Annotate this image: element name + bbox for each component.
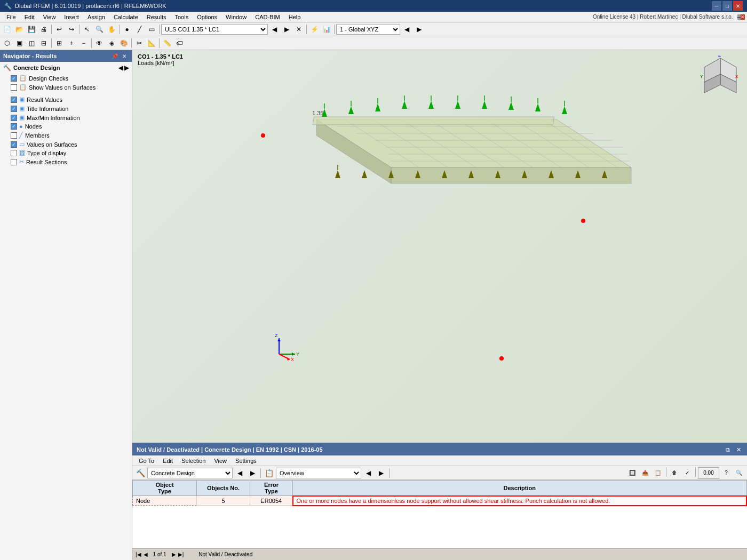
zoom-in-btn[interactable]: +	[66, 37, 77, 49]
surface-btn[interactable]: ▭	[146, 23, 157, 35]
zoom-out-btn[interactable]: −	[78, 37, 90, 49]
pag-prev[interactable]: ◀	[144, 551, 148, 557]
bp-view-next[interactable]: ▶	[375, 467, 387, 479]
nav-close[interactable]: ✕	[120, 52, 129, 60]
bp-menu-edit[interactable]: Edit	[158, 457, 177, 465]
nav-item-result-values[interactable]: ✓ ▣ Result Values	[0, 95, 132, 104]
nav-pin[interactable]: 📌	[110, 52, 119, 60]
coord-combo[interactable]: 1 - Global XYZ	[336, 24, 400, 35]
zoom-btn[interactable]: 🔍	[93, 23, 105, 35]
fit-btn[interactable]: ⊞	[53, 37, 65, 49]
menu-cadbim[interactable]: CAD-BIM	[251, 13, 284, 21]
clip-btn[interactable]: 📐	[146, 37, 157, 49]
bp-del-btn[interactable]: 🗑	[669, 467, 680, 479]
nav-item-result-sections[interactable]: ✂ Result Sections	[0, 157, 132, 166]
nav-item-maxmin[interactable]: ✓ ▣ Max/Min Information	[0, 113, 132, 122]
menu-insert[interactable]: Insert	[60, 13, 83, 21]
load-prev[interactable]: ◀	[268, 23, 280, 35]
design-checks-checkbox[interactable]: ✓	[11, 75, 17, 82]
label-btn[interactable]: 🏷	[173, 37, 185, 49]
close-button[interactable]: ✕	[733, 1, 743, 11]
nav-item-members[interactable]: ╱ Members	[0, 131, 132, 140]
values-surfaces-checkbox[interactable]: ✓	[11, 141, 17, 148]
select-btn[interactable]: ↖	[81, 23, 93, 35]
line-btn[interactable]: ╱	[133, 23, 145, 35]
render-btn[interactable]: ◈	[106, 37, 117, 49]
bp-menu-selection[interactable]: Selection	[177, 457, 210, 465]
bp-help-btn[interactable]: ?	[720, 467, 732, 479]
result-sections-checkbox[interactable]	[11, 159, 17, 165]
bp-export-btn[interactable]: 📤	[639, 467, 651, 479]
redo-btn[interactable]: ↪	[66, 23, 77, 35]
menu-assign[interactable]: Assign	[83, 13, 109, 21]
table-row[interactable]: Node 5 ER0054 One or more nodes have a d…	[133, 496, 747, 506]
open-btn[interactable]: 📂	[13, 23, 25, 35]
save-btn[interactable]: 💾	[26, 23, 37, 35]
nav-item-show-values[interactable]: 📋 Show Values on Surfaces	[0, 83, 132, 92]
nav-section-concrete[interactable]: 🔨 Concrete Design ◀ ▶	[0, 62, 132, 74]
calc-btn[interactable]: ⚡	[308, 23, 320, 35]
panel-float-btn[interactable]: ⧉	[724, 445, 732, 454]
print-btn[interactable]: 🖨	[38, 23, 50, 35]
pag-next[interactable]: ▶	[172, 551, 176, 557]
bp-check-btn[interactable]: ✓	[681, 467, 693, 479]
side-view-btn[interactable]: ◫	[26, 37, 37, 49]
bp-copy-btn[interactable]: 📋	[652, 467, 664, 479]
nav-item-design-checks[interactable]: ✓ 📋 Design Checks	[0, 74, 132, 83]
panel-close-btn[interactable]: ✕	[734, 445, 743, 454]
menu-file[interactable]: File	[2, 13, 20, 21]
bp-search-btn[interactable]: 🔍	[733, 467, 745, 479]
coord-prev[interactable]: ◀	[401, 23, 412, 35]
load-next[interactable]: ▶	[281, 23, 292, 35]
menu-results[interactable]: Results	[142, 13, 171, 21]
nav-item-title-info[interactable]: ✓ ▣ Title Information	[0, 104, 132, 113]
nav-item-nodes[interactable]: ✓ ● Nodes	[0, 122, 132, 131]
bp-filter-btn[interactable]: 🔲	[626, 467, 638, 479]
bp-combo-prev[interactable]: ◀	[234, 467, 245, 479]
node-btn[interactable]: ●	[121, 23, 133, 35]
load-combo[interactable]: ULS CO1 1.35 * LC1	[161, 24, 268, 35]
bp-combo-next[interactable]: ▶	[247, 467, 258, 479]
bp-menu-settings[interactable]: Settings	[231, 457, 261, 465]
nodes-checkbox[interactable]: ✓	[11, 123, 17, 130]
menu-window[interactable]: Window	[221, 13, 251, 21]
nav-item-values-surfaces[interactable]: ✓ ▭ Values on Surfaces	[0, 140, 132, 149]
bp-menu-view[interactable]: View	[210, 457, 231, 465]
menu-calculate[interactable]: Calculate	[109, 13, 142, 21]
float-close[interactable]: ✕	[741, 14, 745, 20]
3d-view-btn[interactable]: ⬡	[1, 37, 13, 49]
maximize-button[interactable]: □	[722, 1, 732, 11]
color-btn[interactable]: 🎨	[118, 37, 130, 49]
pag-last[interactable]: ▶|	[178, 551, 184, 557]
undo-btn[interactable]: ↩	[53, 23, 65, 35]
title-info-checkbox[interactable]: ✓	[11, 106, 17, 112]
result-values-checkbox[interactable]: ✓	[11, 97, 17, 103]
maxmin-checkbox[interactable]: ✓	[11, 115, 17, 121]
front-view-btn[interactable]: ▣	[13, 37, 25, 49]
menu-options[interactable]: Options	[193, 13, 221, 21]
menu-tools[interactable]: Tools	[170, 13, 193, 21]
show-values-checkbox[interactable]	[11, 84, 17, 91]
measure-btn[interactable]: 📏	[161, 37, 173, 49]
minimize-button[interactable]: ─	[712, 1, 721, 11]
bp-num-input[interactable]: 0.00	[698, 467, 719, 479]
viewport[interactable]: CO1 - 1.35 * LC1 Loads [kN/m²]	[132, 50, 747, 443]
bp-module-combo[interactable]: Concrete Design	[147, 468, 233, 478]
menu-edit[interactable]: Edit	[20, 13, 39, 21]
section-btn[interactable]: ✂	[133, 37, 145, 49]
new-btn[interactable]: 📄	[1, 23, 13, 35]
nav-item-type-display[interactable]: 🖼 Type of display	[0, 149, 132, 157]
members-checkbox[interactable]	[11, 132, 17, 139]
bp-view-prev[interactable]: ◀	[362, 467, 374, 479]
display-btn[interactable]: 👁	[93, 37, 105, 49]
menu-view[interactable]: View	[39, 13, 60, 21]
top-view-btn[interactable]: ⊟	[38, 37, 50, 49]
results-btn[interactable]: 📊	[321, 23, 332, 35]
load-close[interactable]: ✕	[293, 23, 305, 35]
menu-help[interactable]: Help	[284, 13, 305, 21]
pan-btn[interactable]: ✋	[106, 23, 117, 35]
type-display-checkbox[interactable]	[11, 150, 17, 156]
bp-menu-goto[interactable]: Go To	[134, 457, 158, 465]
bp-view-combo[interactable]: Overview	[276, 468, 361, 478]
pag-first[interactable]: |◀	[136, 551, 141, 557]
